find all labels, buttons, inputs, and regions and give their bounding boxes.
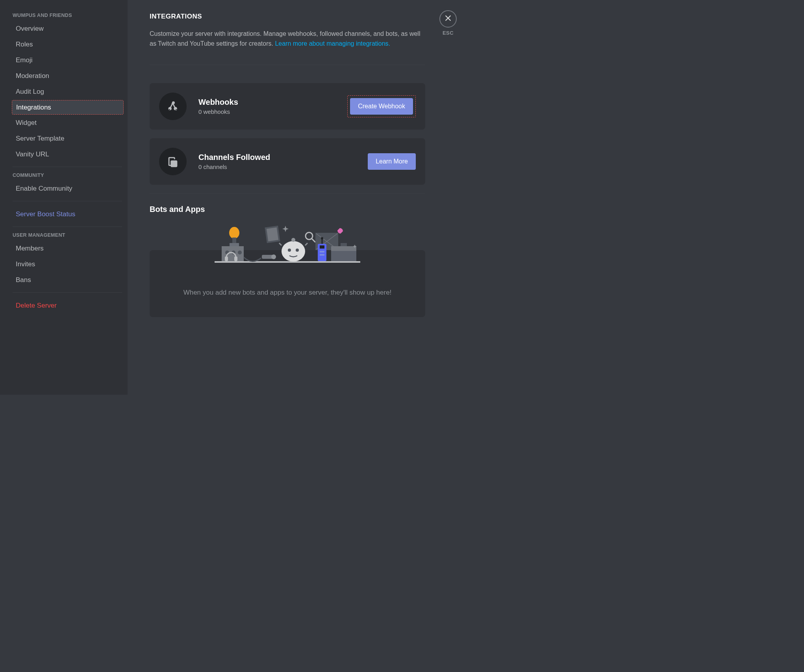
sidebar-item-integrations[interactable]: Integrations: [12, 100, 124, 115]
svg-rect-3: [230, 243, 239, 246]
channels-followed-learn-more-button[interactable]: Learn More: [368, 153, 416, 170]
sidebar-item-widget[interactable]: Widget: [12, 115, 124, 130]
sidebar-separator: [13, 226, 122, 227]
svg-rect-21: [341, 243, 347, 246]
channels-followed-card-body: Channels Followed 0 channels: [198, 153, 368, 170]
svg-point-12: [296, 249, 299, 252]
svg-rect-9: [267, 227, 278, 241]
svg-point-31: [271, 254, 276, 259]
sidebar-separator: [13, 167, 122, 167]
sidebar-separator: [13, 201, 122, 201]
sidebar-item-server-boost[interactable]: Server Boost Status: [12, 207, 124, 222]
webhooks-card-body: Webhooks 0 webhooks: [198, 98, 347, 115]
sidebar-item-roles[interactable]: Roles: [12, 37, 124, 52]
svg-rect-23: [320, 245, 324, 249]
divider: [150, 65, 425, 65]
webhook-icon: [159, 93, 187, 120]
webhooks-count: 0 webhooks: [198, 108, 347, 115]
page-title: INTEGRATIONS: [150, 13, 425, 20]
bots-illustration: [215, 222, 360, 264]
svg-point-7: [238, 251, 242, 254]
svg-rect-29: [234, 256, 237, 261]
close-wrap: ESC: [439, 10, 457, 36]
svg-rect-0: [215, 261, 360, 263]
create-webhook-highlight: Create Webhook: [347, 95, 416, 117]
channels-followed-title: Channels Followed: [198, 153, 368, 162]
learn-more-link[interactable]: Learn more about managing integrations.: [275, 40, 390, 47]
sidebar-item-bans[interactable]: Bans: [12, 273, 124, 288]
webhooks-title: Webhooks: [198, 98, 347, 107]
sidebar-item-server-template[interactable]: Server Template: [12, 131, 124, 146]
settings-sidebar: WUMPUS AND FRIENDS Overview Roles Emoji …: [0, 0, 128, 395]
svg-rect-26: [320, 251, 324, 252]
svg-point-10: [282, 241, 305, 262]
create-webhook-button[interactable]: Create Webhook: [350, 98, 413, 115]
sidebar-item-invites[interactable]: Invites: [12, 257, 124, 272]
sidebar-section-user-management: USER MANAGEMENT: [12, 232, 124, 241]
close-button[interactable]: [439, 10, 457, 28]
webhooks-card: Webhooks 0 webhooks Create Webhook: [150, 83, 425, 130]
sidebar-item-delete-server[interactable]: Delete Server: [12, 298, 124, 313]
svg-point-1: [229, 227, 239, 239]
svg-rect-28: [225, 256, 228, 261]
settings-main: ESC INTEGRATIONS Customize your server w…: [128, 0, 472, 395]
svg-point-25: [321, 237, 323, 239]
svg-rect-19: [331, 250, 356, 261]
channels-followed-count: 0 channels: [198, 163, 368, 170]
channels-followed-icon: [159, 148, 187, 175]
close-label: ESC: [439, 30, 457, 36]
svg-rect-20: [331, 246, 356, 251]
sidebar-section-server: WUMPUS AND FRIENDS: [12, 13, 124, 21]
svg-point-11: [288, 249, 291, 252]
svg-line-15: [312, 239, 315, 242]
bots-empty-state: When you add new bots and apps to your s…: [150, 222, 425, 316]
sidebar-item-emoji[interactable]: Emoji: [12, 53, 124, 68]
sidebar-item-vanity-url[interactable]: Vanity URL: [12, 147, 124, 162]
sidebar-item-audit-log[interactable]: Audit Log: [12, 84, 124, 99]
sidebar-separator: [13, 292, 122, 293]
sidebar-item-members[interactable]: Members: [12, 241, 124, 256]
svg-point-13: [291, 238, 295, 242]
close-icon: [444, 14, 452, 24]
bots-empty-text: When you add new bots and apps to your s…: [183, 289, 392, 297]
svg-rect-27: [320, 254, 324, 256]
sidebar-section-community: COMMUNITY: [12, 173, 124, 181]
sidebar-item-overview[interactable]: Overview: [12, 21, 124, 36]
sidebar-item-moderation[interactable]: Moderation: [12, 69, 124, 84]
channels-followed-card: Channels Followed 0 channels Learn More: [150, 138, 425, 185]
svg-point-14: [306, 232, 313, 239]
page-description: Customize your server with integrations.…: [150, 29, 425, 49]
bots-section-title: Bots and Apps: [150, 205, 425, 214]
divider: [150, 193, 425, 194]
sidebar-item-enable-community[interactable]: Enable Community: [12, 181, 124, 196]
svg-rect-2: [232, 238, 236, 243]
